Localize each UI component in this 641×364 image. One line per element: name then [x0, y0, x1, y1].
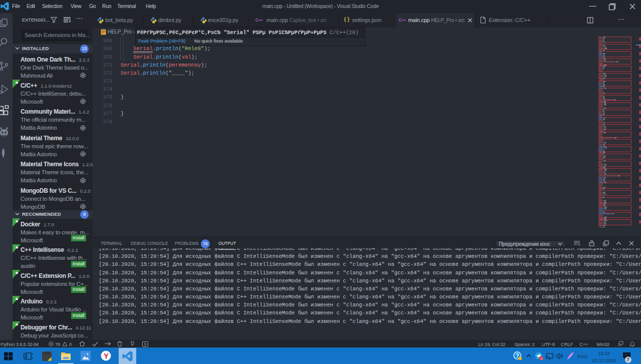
svg-text:★: ★: [15, 270, 19, 275]
svg-text:-1: -1: [540, 357, 543, 360]
svg-text:?: ?: [516, 353, 519, 358]
svg-text:★: ★: [15, 244, 19, 249]
svg-text:★: ★: [15, 219, 19, 224]
svg-text:★: ★: [15, 80, 19, 85]
svg-text:★: ★: [15, 322, 19, 327]
svg-text:Y: Y: [104, 351, 109, 360]
svg-text:★: ★: [15, 296, 19, 301]
